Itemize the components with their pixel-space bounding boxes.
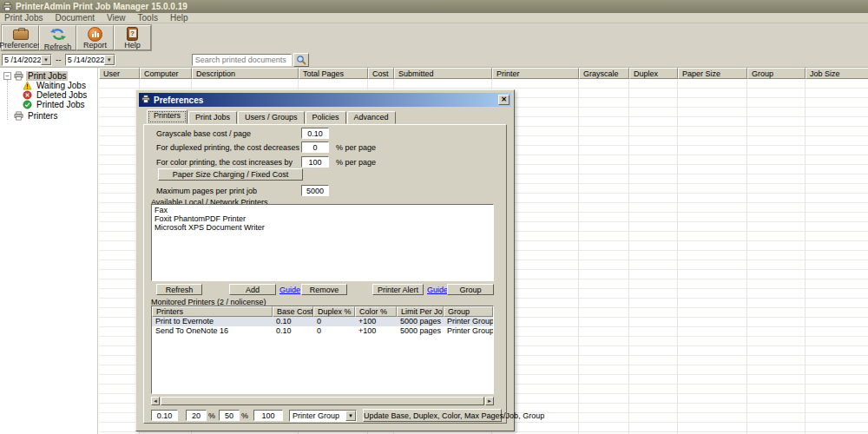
date-to-picker[interactable]: 5 /14/2022 ▼	[65, 54, 115, 66]
column-user[interactable]: User	[99, 68, 140, 79]
dialog-icon	[141, 95, 150, 105]
col-printers[interactable]: Printers	[152, 306, 273, 317]
list-item[interactable]: Microsoft XPS Document Writer	[155, 223, 493, 232]
col-base-cost[interactable]: Base Cost	[273, 306, 313, 317]
dialog-tabs: Printers Print Jobs Users / Groups Polic…	[147, 111, 397, 124]
date-range-separator: --	[56, 55, 62, 64]
help-button[interactable]: ? Help	[114, 25, 151, 50]
app-window: PrinterAdmin Print Job Manager 15.0.0.19…	[0, 0, 868, 434]
report-button[interactable]: Report	[76, 25, 114, 50]
chevron-down-icon[interactable]: ▼	[41, 55, 51, 65]
menu-print-jobs[interactable]: Print Jobs	[4, 13, 43, 23]
report-icon	[87, 27, 104, 40]
add-guide-link[interactable]: Guide	[279, 286, 300, 294]
scroll-right-icon[interactable]: ►	[485, 397, 494, 405]
menu-view[interactable]: View	[107, 13, 126, 23]
dialog-title: Preferences	[154, 95, 203, 105]
tree-collapse-icon[interactable]: −	[3, 72, 11, 80]
remove-printer-button[interactable]: Remove	[301, 284, 347, 295]
navigation-tree: − Print Jobs Waiting Jobs Deleted Jobs	[0, 68, 98, 434]
search-icon	[296, 55, 306, 65]
preferences-button[interactable]: Preferences	[2, 25, 39, 50]
duplex-discount-label: For duplexed printing, the cost decrease…	[156, 143, 301, 152]
list-item[interactable]: Fax	[155, 206, 493, 214]
help-icon: ?	[124, 27, 141, 40]
col-duplex-pct[interactable]: Duplex %	[313, 306, 355, 317]
search-input[interactable]	[192, 54, 292, 66]
tree-item-deleted-jobs[interactable]: Deleted Jobs	[0, 90, 97, 100]
column-duplex[interactable]: Duplex	[629, 68, 678, 79]
max-pages-label: Maximum pages per print job	[156, 187, 301, 195]
duplex-discount-field[interactable]	[301, 141, 329, 153]
tree-item-print-jobs[interactable]: − Print Jobs	[0, 71, 97, 81]
percent-label: %	[208, 411, 215, 420]
update-duplex-field[interactable]	[186, 410, 207, 421]
filter-bar: 5 /14/2022 ▼ -- 5 /14/2022 ▼	[0, 52, 868, 68]
deleted-icon	[23, 90, 32, 100]
column-description[interactable]: Description	[192, 68, 299, 79]
col-color-pct[interactable]: Color %	[355, 306, 397, 317]
group-button[interactable]: Group	[447, 284, 494, 295]
group-select[interactable]: Printer Group ▼	[289, 410, 357, 422]
available-printers-list[interactable]: Fax Foxit PhantomPDF Printer Microsoft X…	[151, 204, 494, 281]
update-color-field[interactable]	[219, 410, 240, 421]
update-base-field[interactable]	[151, 410, 178, 421]
column-grayscale[interactable]: Grayscale	[579, 68, 629, 79]
column-paper-size[interactable]: Paper Size	[678, 68, 747, 79]
printer-alert-button[interactable]: Printer Alert	[372, 284, 424, 295]
list-item[interactable]: Foxit PhantomPDF Printer	[155, 214, 493, 223]
search-button[interactable]	[293, 53, 309, 67]
max-pages-row: Maximum pages per print job	[156, 185, 329, 196]
alert-guide-link[interactable]: Guide	[427, 286, 448, 294]
col-limit-per-job[interactable]: Limit Per Job	[397, 306, 444, 317]
close-icon[interactable]: ✕	[498, 95, 510, 105]
column-cost[interactable]: Cost	[368, 68, 394, 79]
grayscale-cost-row: Grayscale base cost / page	[156, 128, 329, 139]
column-group[interactable]: Group	[747, 68, 806, 79]
preferences-icon	[12, 27, 30, 40]
tree-item-waiting-jobs[interactable]: Waiting Jobs	[0, 81, 97, 90]
monitored-printers-table: Printers Base Cost Duplex % Color % Limi…	[151, 306, 494, 394]
paper-size-charging-button[interactable]: Paper Size Charging / Fixed Cost	[158, 168, 303, 181]
color-surcharge-label: For color printing, the cost increases b…	[156, 158, 301, 167]
refresh-button[interactable]: Refresh	[39, 25, 76, 50]
color-surcharge-field[interactable]	[301, 156, 329, 168]
column-printer[interactable]: Printer	[492, 68, 579, 79]
column-total-pages[interactable]: Total Pages	[299, 68, 368, 79]
add-printer-button[interactable]: Add	[229, 284, 276, 295]
table-row[interactable]: Send To OneNote 16 0.10 0 +100 5000 page…	[152, 326, 493, 336]
toolbar-button-group: Preferences Refresh Report ? Help	[1, 24, 152, 51]
column-computer[interactable]: Computer	[140, 68, 192, 79]
tree-item-printers[interactable]: − Printers	[0, 111, 97, 121]
tab-policies[interactable]: Policies	[306, 111, 346, 124]
tab-users-groups[interactable]: Users / Groups	[238, 111, 305, 124]
menubar: Print Jobs Document View Tools Help	[0, 13, 868, 23]
tab-print-jobs[interactable]: Print Jobs	[188, 111, 237, 124]
update-settings-button[interactable]: Update Base, Duplex, Color, Max Pages/Jo…	[363, 409, 502, 422]
date-from-picker[interactable]: 5 /14/2022 ▼	[2, 54, 52, 66]
refresh-icon	[49, 27, 67, 42]
max-pages-field[interactable]	[301, 185, 329, 196]
tab-printers[interactable]: Printers	[147, 109, 187, 124]
scrollbar-thumb[interactable]	[161, 397, 484, 405]
dialog-titlebar[interactable]: Preferences ✕	[139, 93, 511, 107]
table-row[interactable]: Print to Evernote 0.10 0 +100 5000 pages…	[152, 317, 493, 326]
scroll-left-icon[interactable]: ◄	[151, 397, 160, 405]
printers-tab-panel: Grayscale base cost / page For duplexed …	[143, 124, 507, 424]
chevron-down-icon[interactable]: ▼	[104, 55, 115, 65]
col-group[interactable]: Group	[444, 306, 493, 317]
column-job-size[interactable]: Job Size	[806, 68, 868, 79]
menu-document[interactable]: Document	[55, 13, 95, 23]
tab-advanced[interactable]: Advanced	[347, 111, 396, 124]
column-submitted[interactable]: Submitted	[394, 68, 492, 79]
grayscale-cost-field[interactable]	[301, 128, 329, 139]
chevron-down-icon[interactable]: ▼	[345, 411, 356, 421]
refresh-printers-button[interactable]: Refresh	[156, 284, 202, 295]
toolbar: Preferences Refresh Report ? Help	[0, 23, 868, 52]
menu-help[interactable]: Help	[170, 13, 188, 23]
tree-item-printed-jobs[interactable]: Printed Jobs	[0, 100, 97, 109]
menu-tools[interactable]: Tools	[138, 13, 158, 23]
horizontal-scrollbar[interactable]: ◄ ►	[151, 397, 494, 405]
job-grid-header: User Computer Description Total Pages Co…	[99, 68, 868, 79]
update-max-field[interactable]	[253, 410, 283, 421]
